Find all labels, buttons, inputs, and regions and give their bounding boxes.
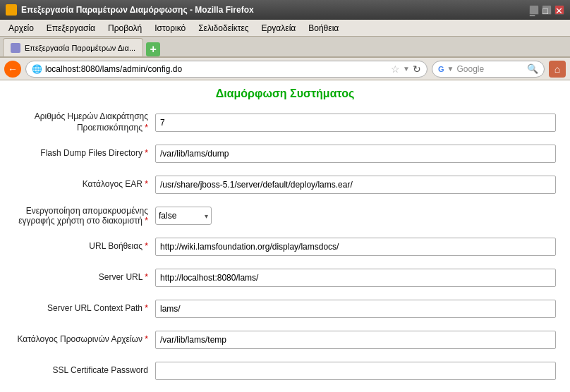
menu-help[interactable]: Βοήθεια xyxy=(303,22,344,35)
form-row-4: URL Βοήθειας * xyxy=(14,234,556,259)
search-engine-logo: G xyxy=(438,65,444,73)
select-3[interactable]: false true xyxy=(156,211,202,221)
required-5: * xyxy=(145,272,148,282)
label-2: Κατάλογος EAR * xyxy=(14,179,155,190)
required-0: * xyxy=(145,123,148,133)
maximize-button[interactable]: □ xyxy=(542,5,552,15)
label-6: Server URL Context Path * xyxy=(14,303,155,314)
window-controls: _ □ ✕ xyxy=(529,5,564,15)
window-title: Επεξεργασία Παραμέτρων Διαμόρφωσης - Moz… xyxy=(21,5,525,15)
menubar: Αρχείο Επεξεργασία Προβολή Ιστορικό Σελι… xyxy=(0,20,570,37)
menu-edit[interactable]: Επεξεργασία xyxy=(41,22,101,35)
form-row-6: Server URL Context Path * xyxy=(14,296,556,321)
input-6[interactable] xyxy=(155,300,556,318)
page-title: Διαμόρφωση Συστήματος xyxy=(14,87,556,100)
tab-label: Επεξεργασία Παραμέτρων Δια... xyxy=(25,44,135,52)
url-box: 🌐 localhost:8080/lams/admin/config.do ☆ … xyxy=(25,61,428,78)
menu-view[interactable]: Προβολή xyxy=(102,22,147,35)
form-row-0: Αριθμός Ημερών Διακράτησης Προεπισκόπηση… xyxy=(14,110,556,135)
label-5: Server URL * xyxy=(14,272,155,283)
url-dropdown-icon[interactable]: ▼ xyxy=(403,65,410,73)
select-wrap-3: false true ▾ xyxy=(155,207,212,225)
form-row-1: Flash Dump Files Directory * xyxy=(14,141,556,166)
required-1: * xyxy=(145,148,148,158)
form-row-5: Server URL * xyxy=(14,265,556,290)
browser-tab[interactable]: Επεξεργασία Παραμέτρων Δια... xyxy=(3,38,143,56)
menu-bookmarks[interactable]: Σελιδοδείκτες xyxy=(193,22,254,35)
menu-history[interactable]: Ιστορικό xyxy=(149,22,191,35)
tabbar: Επεξεργασία Παραμέτρων Δια... + xyxy=(0,37,570,58)
app-icon xyxy=(6,4,17,16)
form-row-7: Κατάλογος Προσωρινών Αρχείων * xyxy=(14,327,556,353)
form-container: Διαμόρφωση Συστήματος Αριθμός Ημερών Δια… xyxy=(0,80,570,392)
search-field[interactable]: Google xyxy=(456,64,524,74)
input-2[interactable] xyxy=(155,176,556,194)
menu-tools[interactable]: Εργαλεία xyxy=(256,22,302,35)
label-7: Κατάλογος Προσωρινών Αρχείων * xyxy=(14,334,155,345)
bookmark-star-icon[interactable]: ☆ xyxy=(391,63,400,75)
refresh-icon[interactable]: ↻ xyxy=(413,63,421,75)
home-button[interactable]: ⌂ xyxy=(549,61,566,78)
required-2: * xyxy=(145,179,148,189)
label-4: URL Βοήθειας * xyxy=(14,241,155,252)
addressbar: ← 🌐 localhost:8080/lams/admin/config.do … xyxy=(0,58,570,80)
required-4: * xyxy=(145,241,148,251)
titlebar: Επεξεργασία Παραμέτρων Διαμόρφωσης - Moz… xyxy=(0,0,570,20)
url-globe-icon: 🌐 xyxy=(32,64,42,74)
form-row-3: Ενεργοποίηση απομακρυσμένης εγγραφής χρή… xyxy=(14,203,556,228)
label-0: Αριθμός Ημερών Διακράτησης Προεπισκόπηση… xyxy=(14,111,155,133)
form-row-8: SSL Certificate Password xyxy=(14,358,556,384)
search-box: G ▼ Google 🔍 xyxy=(432,61,545,78)
input-8[interactable] xyxy=(155,362,556,380)
page-content: Διαμόρφωση Συστήματος Αριθμός Ημερών Δια… xyxy=(0,80,570,392)
search-engine-dropdown[interactable]: ▼ xyxy=(447,65,454,73)
close-button[interactable]: ✕ xyxy=(554,5,564,15)
input-5[interactable] xyxy=(155,269,556,287)
back-button[interactable]: ← xyxy=(4,61,21,78)
input-0[interactable] xyxy=(155,114,556,132)
minimize-button[interactable]: _ xyxy=(529,5,539,15)
label-8: SSL Certificate Password xyxy=(14,365,155,376)
new-tab-button[interactable]: + xyxy=(146,42,160,56)
input-7[interactable] xyxy=(155,331,556,349)
select-arrow-icon: ▾ xyxy=(202,212,211,220)
required-6: * xyxy=(145,303,148,313)
label-1: Flash Dump Files Directory * xyxy=(14,148,155,159)
tab-favicon xyxy=(11,43,20,53)
input-1[interactable] xyxy=(155,145,556,163)
label-3: Ενεργοποίηση απομακρυσμένης εγγραφής χρή… xyxy=(14,206,155,226)
form-row-2: Κατάλογος EAR * xyxy=(14,172,556,197)
input-4[interactable] xyxy=(155,238,556,256)
required-7: * xyxy=(145,334,148,344)
menu-file[interactable]: Αρχείο xyxy=(3,22,40,35)
required-3: * xyxy=(145,216,148,226)
url-display[interactable]: localhost:8080/lams/admin/config.do xyxy=(45,64,388,74)
search-button[interactable]: 🔍 xyxy=(527,63,538,74)
